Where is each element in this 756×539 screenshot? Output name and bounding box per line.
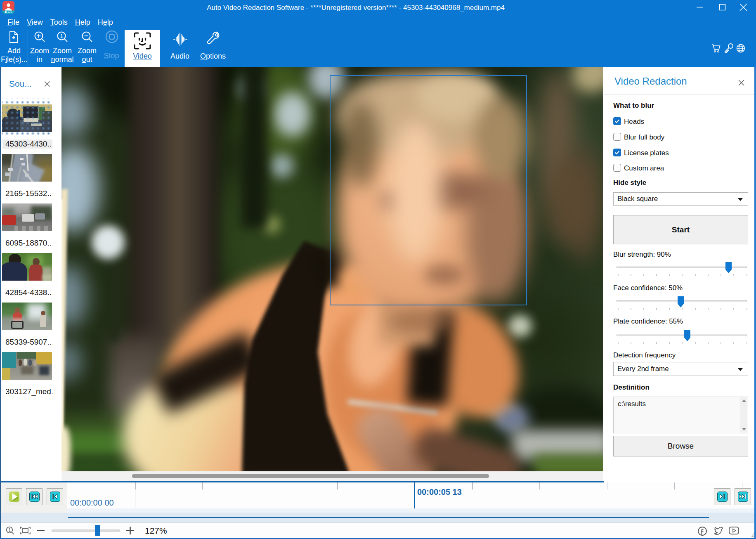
svg-text:1: 1 [8,528,11,532]
svg-text:AVR: AVR [7,11,13,14]
svg-text:1: 1 [60,33,63,39]
